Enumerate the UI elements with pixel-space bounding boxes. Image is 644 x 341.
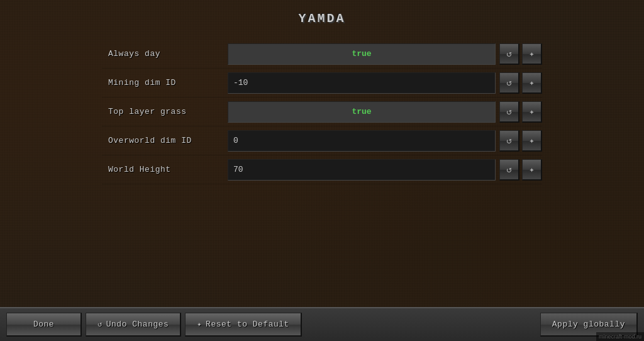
input-container-always-day: true	[228, 43, 496, 65]
action-icons-overworld-dim-id: ↺✦	[499, 130, 542, 152]
setting-row-mining-dim-id: Mining dim ID↺✦	[102, 69, 542, 98]
input-world-height[interactable]	[228, 159, 496, 181]
undo-btn-overworld-dim-id[interactable]: ↺	[499, 130, 519, 152]
label-overworld-dim-id: Overworld dim ID	[102, 136, 228, 145]
input-container-world-height	[228, 159, 496, 181]
toggle-top-layer-grass[interactable]: true	[228, 101, 496, 123]
input-overworld-dim-id[interactable]	[228, 130, 496, 152]
reset-btn-mining-dim-id[interactable]: ✦	[522, 72, 542, 94]
action-icons-top-layer-grass: ↺✦	[499, 101, 542, 123]
input-container-overworld-dim-id	[228, 130, 496, 152]
reset-btn-top-layer-grass[interactable]: ✦	[522, 101, 542, 123]
undo-btn-mining-dim-id[interactable]: ↺	[499, 72, 519, 94]
page-title: YAMDA	[298, 11, 345, 26]
toggle-always-day[interactable]: true	[228, 43, 496, 65]
reset-btn-overworld-dim-id[interactable]: ✦	[522, 130, 542, 152]
label-world-height: World Height	[102, 165, 228, 174]
setting-row-top-layer-grass: Top layer grasstrue↺✦	[102, 98, 542, 126]
action-icons-world-height: ↺✦	[499, 159, 542, 181]
reset-btn-world-height[interactable]: ✦	[522, 159, 542, 181]
label-top-layer-grass: Top layer grass	[102, 107, 228, 116]
settings-area: Always daytrue↺✦Mining dim ID↺✦Top layer…	[102, 40, 542, 184]
input-container-top-layer-grass: true	[228, 101, 496, 123]
label-always-day: Always day	[102, 49, 228, 59]
action-icons-always-day: ↺✦	[499, 43, 542, 65]
label-mining-dim-id: Mining dim ID	[102, 78, 228, 87]
action-icons-mining-dim-id: ↺✦	[499, 72, 542, 94]
page-container: YAMDA Always daytrue↺✦Mining dim ID↺✦Top…	[0, 0, 644, 341]
undo-btn-always-day[interactable]: ↺	[499, 43, 519, 65]
input-container-mining-dim-id	[228, 72, 496, 94]
undo-btn-top-layer-grass[interactable]: ↺	[499, 101, 519, 123]
reset-btn-always-day[interactable]: ✦	[522, 43, 542, 65]
setting-row-overworld-dim-id: Overworld dim ID↺✦	[102, 126, 542, 155]
setting-row-always-day: Always daytrue↺✦	[102, 40, 542, 69]
setting-row-world-height: World Height↺✦	[102, 155, 542, 184]
input-mining-dim-id[interactable]	[228, 72, 496, 94]
undo-btn-world-height[interactable]: ↺	[499, 159, 519, 181]
